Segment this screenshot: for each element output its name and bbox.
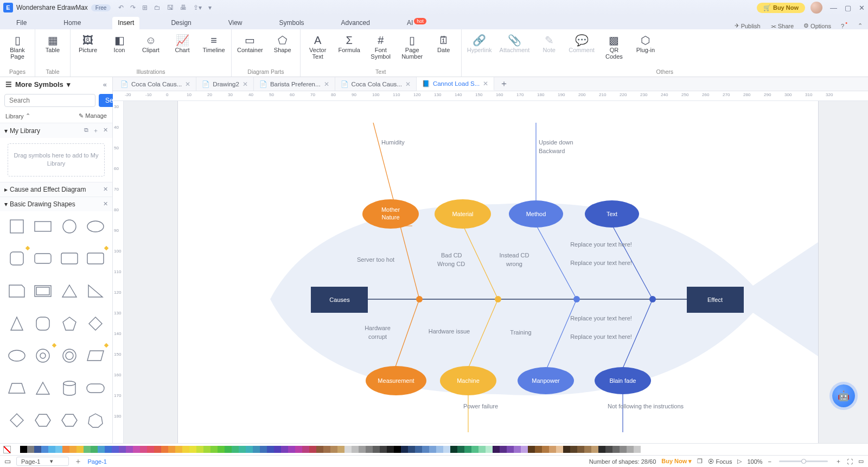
color-swatch[interactable]: [20, 446, 27, 453]
share-button[interactable]: ⫘Share: [770, 23, 794, 29]
color-swatch[interactable]: [549, 446, 556, 453]
user-avatar[interactable]: [810, 2, 822, 14]
color-swatch[interactable]: [415, 446, 422, 453]
shape-roundrect3[interactable]: [85, 249, 106, 268]
copy-icon[interactable]: ⧉: [84, 127, 88, 135]
color-swatch[interactable]: [154, 446, 161, 453]
color-swatch[interactable]: [218, 446, 225, 453]
color-swatch[interactable]: [450, 446, 457, 453]
color-swatch[interactable]: [175, 446, 182, 453]
page-view-icon[interactable]: ▭: [4, 457, 11, 465]
color-swatch[interactable]: [140, 446, 147, 453]
save-icon[interactable]: 🖫: [167, 4, 174, 11]
color-swatch[interactable]: [570, 446, 577, 453]
buy-now-status[interactable]: Buy Now ▾: [661, 458, 692, 465]
close-icon[interactable]: ✕: [859, 4, 865, 12]
color-swatch[interactable]: [627, 446, 634, 453]
shape-pill[interactable]: [85, 378, 106, 398]
shape-cylinder[interactable]: [59, 378, 80, 398]
color-swatch[interactable]: [620, 446, 627, 453]
close-lib-icon[interactable]: ✕: [103, 127, 108, 135]
shape-frame[interactable]: [33, 281, 53, 301]
menu-home[interactable]: Home: [58, 17, 86, 29]
new-icon[interactable]: ⊞: [142, 4, 148, 11]
fontsymbol-button[interactable]: #Font Symbol: [369, 31, 393, 60]
options-button[interactable]: ⚙Options: [803, 22, 831, 29]
color-swatch[interactable]: [528, 446, 535, 453]
color-swatch[interactable]: [274, 446, 281, 453]
color-swatch[interactable]: [577, 446, 584, 453]
formula-button[interactable]: ΣFormula: [337, 31, 361, 53]
qrcodes-button[interactable]: ▩QR Codes: [602, 31, 626, 60]
shape-rect[interactable]: [33, 217, 53, 236]
close-tab-icon[interactable]: ✕: [324, 80, 329, 88]
page-selector[interactable]: Page-1▾: [16, 457, 69, 466]
shape-ellipse[interactable]: [85, 217, 106, 236]
color-swatch[interactable]: [281, 446, 288, 453]
color-swatch[interactable]: [316, 446, 323, 453]
menu-design[interactable]: Design: [165, 17, 196, 29]
color-swatch[interactable]: [429, 446, 436, 453]
color-swatch[interactable]: [126, 446, 133, 453]
print-icon[interactable]: 🖶: [180, 4, 187, 11]
color-swatch[interactable]: [542, 446, 549, 453]
color-swatch[interactable]: [330, 446, 337, 453]
comment-button[interactable]: 💬Comment: [569, 31, 595, 53]
color-swatch[interactable]: [563, 446, 570, 453]
color-swatch[interactable]: [598, 446, 605, 453]
attachment-button[interactable]: 📎Attachment: [500, 31, 530, 53]
fit-width-icon[interactable]: ▭: [858, 458, 864, 465]
color-swatch[interactable]: [337, 446, 344, 453]
color-swatch[interactable]: [344, 446, 352, 453]
timeline-button[interactable]: ≡Timeline: [202, 31, 226, 53]
icon-button[interactable]: ◧Icon: [107, 31, 131, 53]
color-swatch[interactable]: [612, 446, 620, 453]
color-swatch[interactable]: [478, 446, 486, 453]
shape-heptagon[interactable]: [85, 411, 106, 430]
doc-tab-2[interactable]: 📄Barista Preferen...✕: [254, 77, 335, 91]
color-swatch[interactable]: [500, 446, 507, 453]
color-swatch[interactable]: [408, 446, 415, 453]
shape-ellipse2[interactable]: [7, 346, 27, 365]
shape-triangle2[interactable]: [7, 314, 27, 333]
no-color-swatch[interactable]: [3, 446, 11, 453]
zoom-slider[interactable]: [779, 460, 828, 462]
layers-icon[interactable]: ❒: [697, 458, 703, 465]
shape-diamond[interactable]: [85, 314, 106, 333]
plugin-button[interactable]: ⬡Plug-in: [634, 31, 658, 53]
hyperlink-button[interactable]: 🔗Hyperlink: [467, 31, 492, 53]
fit-page-icon[interactable]: ⛶: [847, 458, 853, 465]
canvas[interactable]: 3040506070809010011012013014015016017018…: [113, 101, 868, 443]
color-swatch[interactable]: [401, 446, 408, 453]
cause-effect-accordion[interactable]: ▸ Cause and Effect Diagram ✕: [0, 182, 112, 197]
color-swatch[interactable]: [380, 446, 387, 453]
menu-advanced[interactable]: Advanced: [336, 17, 375, 29]
color-swatch[interactable]: [62, 446, 69, 453]
color-swatch[interactable]: [302, 446, 309, 453]
color-swatch[interactable]: [471, 446, 478, 453]
menu-view[interactable]: View: [223, 17, 248, 29]
color-swatch[interactable]: [267, 446, 274, 453]
color-swatch[interactable]: [161, 446, 168, 453]
color-swatch[interactable]: [112, 446, 119, 453]
collapse-sidebar-icon[interactable]: «: [103, 80, 107, 89]
shape-pentagon[interactable]: [59, 314, 80, 333]
maximize-icon[interactable]: ▢: [845, 4, 851, 12]
presentation-icon[interactable]: ▷: [737, 458, 742, 465]
color-swatch[interactable]: [556, 446, 563, 453]
clipart-button[interactable]: ☺Clipart: [139, 31, 163, 53]
color-swatch[interactable]: [584, 446, 591, 453]
note-button[interactable]: ✎Note: [537, 31, 561, 53]
manage-button[interactable]: ✎ Manage: [79, 112, 107, 119]
color-swatch[interactable]: [295, 446, 302, 453]
undo-icon[interactable]: ↶: [118, 4, 124, 11]
zoom-out-button[interactable]: −: [768, 458, 771, 465]
basic-shapes-accordion[interactable]: ▾ Basic Drawing Shapes ✕: [0, 197, 112, 211]
doc-tab-3[interactable]: 📄Coca Cola Caus...✕: [335, 77, 417, 91]
color-swatch[interactable]: [105, 446, 112, 453]
close-tab-icon[interactable]: ✕: [185, 80, 190, 88]
color-swatch[interactable]: [288, 446, 295, 453]
color-swatch[interactable]: [366, 446, 373, 453]
add-page-button[interactable]: ＋: [74, 457, 82, 466]
shape-triangle[interactable]: [59, 281, 80, 301]
